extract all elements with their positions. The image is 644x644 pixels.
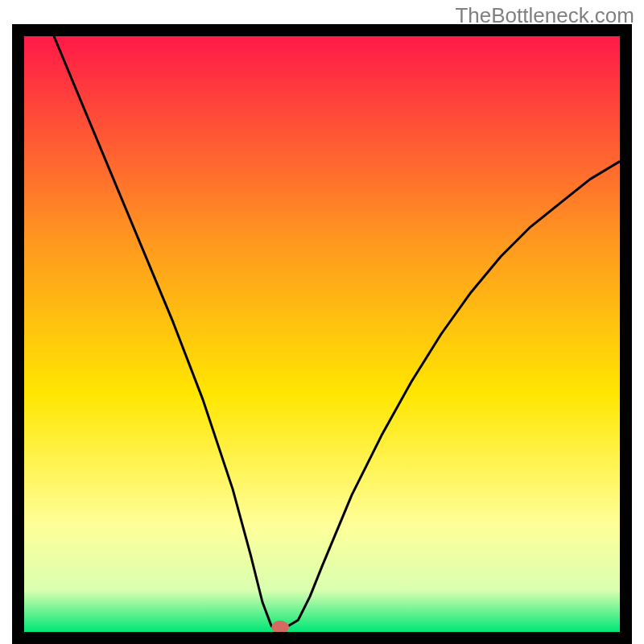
- chart-frame: [12, 24, 632, 644]
- plot-area: [24, 36, 620, 632]
- watermark-text: TheBottleneck.com: [455, 3, 634, 28]
- bottleneck-chart-svg: [24, 36, 620, 632]
- chart-container: TheBottleneck.com: [0, 0, 644, 644]
- gradient-background: [24, 36, 620, 632]
